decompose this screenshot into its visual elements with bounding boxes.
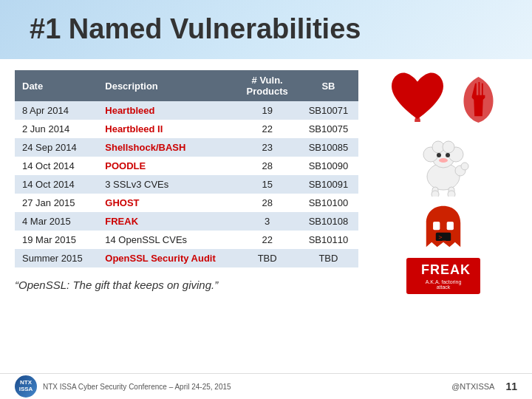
cell-vuln-products: TBD (236, 249, 299, 267)
table-row: 14 Oct 2014POODLE28SB10090 (15, 157, 358, 175)
svg-rect-17 (447, 222, 454, 230)
cell-sb: SB10071 (299, 101, 358, 120)
cell-sb: TBD (299, 249, 358, 267)
col-date: Date (15, 70, 98, 101)
cell-vuln-products: 28 (236, 194, 299, 212)
col-sb: SB (299, 70, 358, 101)
table-row: 27 Jan 2015GHOST28SB10100 (15, 194, 358, 212)
ghost-icon: >_ (410, 200, 477, 252)
freak-label: FREAK (421, 262, 471, 277)
cell-date: 4 Mar 2015 (15, 212, 98, 231)
cell-date: Summer 2015 (15, 249, 98, 267)
table-row: 8 Apr 2014Heartbleed19SB10071 (15, 101, 358, 120)
freak-banner: FREAK A.K.A. factoring attack (406, 258, 480, 294)
right-section: >_ FREAK A.K.A. factoring attack (369, 70, 517, 392)
cell-sb: SB10108 (299, 212, 358, 231)
cell-vuln-products: 23 (236, 138, 299, 157)
vulnerability-table: Date Description # Vuln.Products SB 8 Ap… (15, 70, 358, 267)
col-vuln-products: # Vuln.Products (236, 70, 299, 101)
freak-sub-label: A.K.A. factoring attack (421, 279, 466, 290)
logo-text: NTXISSA (19, 380, 33, 393)
cell-date: 2 Jun 2014 (15, 120, 98, 138)
scissors-icon (458, 70, 499, 129)
footer: NTXISSA NTX ISSA Cyber Security Conferen… (0, 373, 532, 399)
table-row: 2 Jun 2014Heartbleed II22SB10075 (15, 120, 358, 138)
cell-sb: SB10100 (299, 194, 358, 212)
table-row: 4 Mar 2015FREAK3SB10108 (15, 212, 358, 231)
cell-sb: SB10091 (299, 175, 358, 194)
cell-date: 24 Sep 2014 (15, 138, 98, 157)
poodle-icon (410, 135, 477, 194)
footer-conference: NTX ISSA Cyber Security Conference – Apr… (43, 383, 231, 391)
svg-text:>_: >_ (439, 233, 447, 241)
footer-right: @NTXISSA 11 (451, 381, 517, 392)
svg-point-15 (461, 163, 468, 170)
cell-description: Shellshock/BASH (98, 138, 236, 157)
cell-vuln-products: 19 (236, 101, 299, 120)
content-area: Date Description # Vuln.Products SB 8 Ap… (0, 59, 532, 399)
page-title: #1 Named Vulnerabilities (0, 0, 532, 45)
footer-handle: @NTXISSA (451, 382, 494, 391)
svg-rect-16 (433, 222, 440, 230)
heartbleed-icon (388, 70, 454, 129)
cell-description: POODLE (98, 157, 236, 175)
cell-sb: SB10075 (299, 120, 358, 138)
svg-point-6 (443, 141, 454, 153)
quote-text: “OpenSSL: The gift that keeps on giving.… (15, 279, 358, 291)
cell-date: 8 Apr 2014 (15, 101, 98, 120)
cell-description: 3 SSLv3 CVEs (98, 175, 236, 194)
footer-logo: NTXISSA NTX ISSA Cyber Security Conferen… (15, 375, 231, 398)
table-row: 19 Mar 201514 OpenSSL CVEs22SB10110 (15, 231, 358, 249)
cell-date: 27 Jan 2015 (15, 194, 98, 212)
cell-vuln-products: 22 (236, 120, 299, 138)
icons-top-row (388, 70, 499, 129)
table-row: 14 Oct 20143 SSLv3 CVEs15SB10091 (15, 175, 358, 194)
cell-date: 14 Oct 2014 (15, 157, 98, 175)
cell-description: 14 OpenSSL CVEs (98, 231, 236, 249)
cell-description: Heartbleed (98, 101, 236, 120)
cell-description: OpenSSL Security Audit (98, 249, 236, 267)
cell-description: GHOST (98, 194, 236, 212)
col-description: Description (98, 70, 236, 101)
table-row: Summer 2015OpenSSL Security AuditTBDTBD (15, 249, 358, 267)
left-section: Date Description # Vuln.Products SB 8 Ap… (15, 70, 358, 392)
logo-circle: NTXISSA (15, 375, 37, 398)
cell-sb: SB10110 (299, 231, 358, 249)
cell-vuln-products: 22 (236, 231, 299, 249)
svg-point-8 (446, 153, 450, 157)
cell-sb: SB10085 (299, 138, 358, 157)
cell-vuln-products: 15 (236, 175, 299, 194)
svg-point-7 (437, 153, 441, 157)
svg-point-12 (432, 191, 439, 197)
table-row: 24 Sep 2014Shellshock/BASH23SB10085 (15, 138, 358, 157)
cell-sb: SB10090 (299, 157, 358, 175)
svg-point-13 (448, 191, 455, 197)
cell-vuln-products: 28 (236, 157, 299, 175)
footer-page-number: 11 (505, 381, 517, 392)
cell-vuln-products: 3 (236, 212, 299, 231)
svg-point-9 (439, 158, 448, 163)
cell-date: 19 Mar 2015 (15, 231, 98, 249)
cell-description: Heartbleed II (98, 120, 236, 138)
cell-date: 14 Oct 2014 (15, 175, 98, 194)
cell-description: FREAK (98, 212, 236, 231)
